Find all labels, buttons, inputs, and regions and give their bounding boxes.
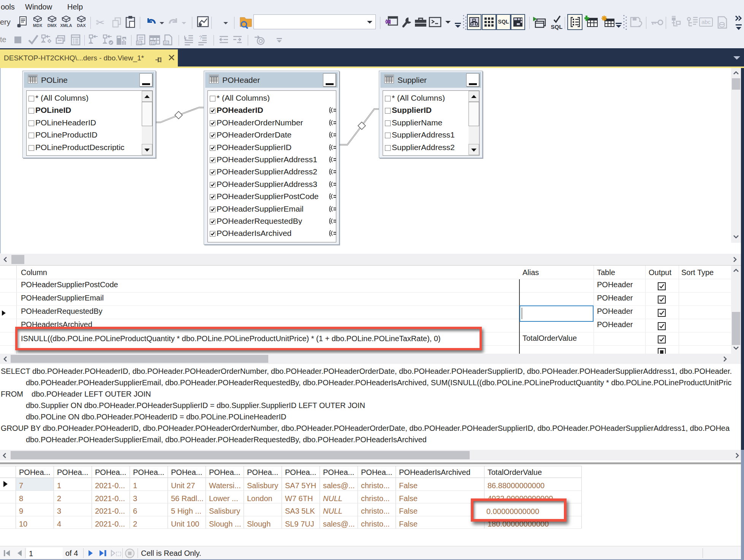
- svg-text:01: 01: [164, 41, 168, 45]
- svg-text:DMX: DMX: [47, 23, 57, 28]
- svg-text:XMLA: XMLA: [60, 23, 72, 28]
- svg-text:01: 01: [137, 41, 141, 45]
- svg-text:01: 01: [150, 41, 154, 45]
- svg-text:DAX: DAX: [77, 23, 86, 28]
- svg-text:MDX: MDX: [33, 23, 43, 28]
- svg-text:?: ?: [199, 35, 202, 41]
- svg-text:SQL: SQL: [551, 24, 563, 30]
